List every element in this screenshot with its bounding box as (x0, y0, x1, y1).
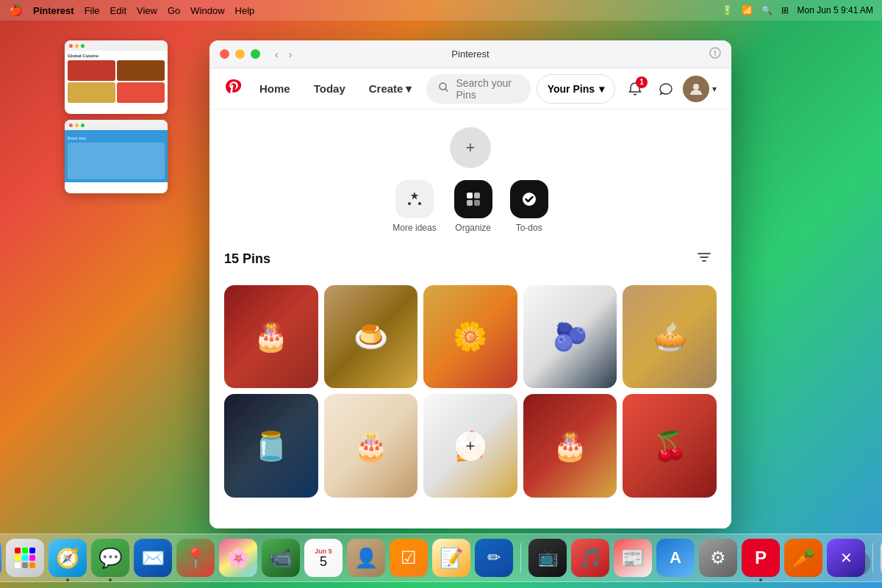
minimize-button[interactable] (235, 49, 245, 59)
dock-messages-icon[interactable]: 💬 (91, 539, 129, 577)
apple-menu[interactable]: 🍎 (9, 4, 23, 17)
dock-appstore-icon[interactable]: A (656, 539, 695, 577)
pin-card-9[interactable]: 🎂 (523, 394, 617, 497)
menubar-app-name[interactable]: Pinterest (33, 5, 74, 16)
time-display: Mon Jun 5 9:41 AM (797, 5, 873, 15)
dock-safari-icon[interactable]: 🧭 (49, 539, 87, 577)
maximize-button[interactable] (251, 49, 260, 59)
menubar-file[interactable]: File (85, 5, 100, 16)
notifications-button[interactable]: 1 (621, 75, 649, 103)
thumb-window-1[interactable]: Global Cuisine (65, 40, 168, 114)
pins-section: 15 Pins 🎂 🍮 🌼 🫐 (209, 245, 731, 512)
menubar: 🍎 Pinterest File Edit View Go Window Hel… (0, 0, 882, 21)
organize-action[interactable]: Organize (454, 180, 492, 233)
messages-button[interactable] (652, 75, 680, 103)
notification-badge: 1 (636, 76, 648, 88)
dock-music-icon[interactable]: 🎵 (571, 539, 609, 577)
menubar-help[interactable]: Help (235, 5, 255, 16)
pin-card-10[interactable]: 🍒 (623, 394, 717, 497)
mail-icon: ✉️ (141, 547, 165, 570)
svg-point-3 (408, 202, 411, 205)
pin-card-2[interactable]: 🍮 (324, 285, 418, 388)
nav-create[interactable]: Create ▾ (360, 76, 421, 101)
traffic-lights (220, 49, 260, 59)
window-action-icon[interactable] (709, 47, 721, 62)
pin-card-6[interactable]: 🫙 (224, 394, 318, 497)
settings-icon: ⚙ (710, 548, 726, 568)
nav-today[interactable]: Today (305, 76, 354, 101)
back-arrow[interactable]: ‹ (272, 47, 282, 62)
dock-news-icon[interactable]: 📰 (614, 539, 652, 577)
close-button[interactable] (220, 49, 229, 59)
pin-card-3[interactable]: 🌼 (423, 285, 517, 388)
menubar-edit[interactable]: Edit (110, 5, 126, 16)
pinterest-logo[interactable] (224, 78, 242, 100)
battery-icon: 🔋 (722, 5, 733, 15)
search-menubar-icon[interactable]: 🔍 (761, 5, 772, 15)
add-cover-button[interactable]: + (450, 127, 491, 168)
pin-card-7[interactable]: 🎂 (324, 394, 418, 497)
pins-grid-row1: 🎂 🍮 🌼 🫐 🥧 (224, 285, 717, 388)
menubar-right: 🔋 📶 🔍 ⊞ Mon Jun 5 9:41 AM (722, 5, 873, 15)
dock-reminders-icon[interactable]: ☑ (390, 539, 428, 577)
pin-card-1[interactable]: 🎂 (224, 285, 318, 388)
control-center-icon[interactable]: ⊞ (781, 5, 789, 15)
window-titlebar: ‹ › Pinterest (209, 40, 731, 68)
notchmeister-icon: ✕ (840, 549, 853, 567)
more-ideas-icon (395, 180, 434, 218)
dock-appletv-icon[interactable]: 📺 (528, 539, 567, 577)
dock-calendar-icon[interactable]: Jun 5 5 (304, 539, 343, 577)
organize-label: Organize (455, 223, 491, 233)
window-content: + More ideas (209, 110, 731, 528)
thumb-window-2[interactable]: Board view (65, 120, 168, 193)
dock-freeform-icon[interactable]: ✏ (475, 539, 513, 577)
more-ideas-action[interactable]: More ideas (392, 180, 436, 233)
pin-card-5[interactable]: 🥧 (623, 285, 717, 388)
dock-carrot-icon[interactable]: 🥕 (784, 539, 822, 577)
window-nav-arrows: ‹ › (272, 47, 295, 62)
dock-maps-icon[interactable]: 📍 (176, 539, 215, 577)
menubar-view[interactable]: View (137, 5, 157, 16)
svg-rect-8 (474, 200, 480, 206)
todos-label: To-dos (516, 223, 542, 233)
avatar-button[interactable] (683, 76, 709, 102)
reminders-icon: ☑ (401, 548, 417, 568)
dock-notchmeister-icon[interactable]: ✕ (827, 539, 865, 577)
menubar-window[interactable]: Window (190, 5, 224, 16)
svg-rect-7 (467, 200, 473, 206)
dock-finder-icon[interactable]: 🙂 (0, 539, 1, 577)
notes-icon: 📝 (440, 547, 463, 570)
pinterest-dock-icon: P (755, 548, 767, 568)
svg-point-2 (693, 84, 699, 90)
contacts-icon: 👤 (354, 547, 378, 570)
sidebar-thumbnails: Global Cuisine Board view (65, 40, 168, 193)
dock-separator-2 (872, 543, 873, 573)
account-chevron-icon[interactable]: ▾ (712, 84, 717, 94)
pinterest-nav: Home Today Create ▾ Search your Pins You… (209, 68, 731, 110)
board-actions: More ideas Organize (392, 180, 548, 233)
menubar-go[interactable]: Go (168, 5, 180, 16)
nav-home[interactable]: Home (251, 76, 299, 101)
dock-mail-icon[interactable]: ✉️ (134, 539, 172, 577)
todos-icon (510, 180, 548, 218)
pin-card-8[interactable]: 🍰 + (423, 394, 517, 497)
filter-button[interactable] (692, 245, 717, 273)
window-title: Pinterest (451, 49, 489, 60)
dock-photos-icon[interactable]: 🌸 (219, 539, 257, 577)
pin-card-4[interactable]: 🫐 (523, 285, 617, 388)
pin-add-button[interactable]: + (456, 431, 485, 461)
dock-pinterest-icon[interactable]: P (742, 539, 780, 577)
dock-contacts-icon[interactable]: 👤 (347, 539, 385, 577)
dock-notes-icon[interactable]: 📝 (432, 539, 470, 577)
dock-launchpad-icon[interactable] (6, 539, 44, 577)
search-bar[interactable]: Search your Pins (426, 74, 530, 104)
dock-settings-icon[interactable]: ⚙ (699, 539, 737, 577)
dock-facetime-icon[interactable]: 📹 (262, 539, 300, 577)
svg-rect-6 (474, 193, 480, 198)
plus-icon: + (466, 138, 476, 157)
todos-action[interactable]: To-dos (510, 180, 548, 233)
forward-arrow[interactable]: › (286, 47, 295, 62)
freeform-icon: ✏ (487, 548, 501, 567)
your-pins-button[interactable]: Your Pins ▾ (537, 74, 615, 104)
photos-icon: 🌸 (226, 547, 250, 570)
